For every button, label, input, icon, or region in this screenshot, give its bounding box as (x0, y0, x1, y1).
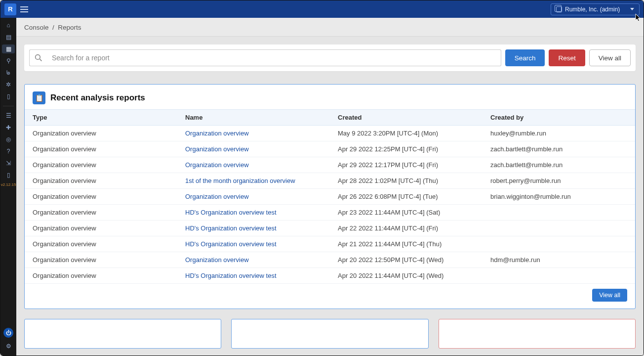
alerts-icon[interactable]: ✲ (2, 80, 15, 89)
summary-card-3[interactable] (439, 319, 636, 349)
topbar: R Rumble, Inc. (admin) (0, 0, 644, 18)
cell-created: Apr 26 2022 6:08PM [UTC-4] (Tue) (330, 189, 483, 205)
reports-table: Type Name Created Created by Organizatio… (25, 109, 635, 284)
cell-created-by (483, 268, 635, 284)
cell-created-by: zach.bartlett@rumble.run (483, 157, 635, 173)
cell-name: Organization overview (177, 189, 330, 205)
bookmark-icon[interactable]: ▯ (2, 92, 15, 101)
viewall-button[interactable]: View all (589, 49, 631, 66)
col-name[interactable]: Name (177, 110, 330, 126)
menu-toggle-icon[interactable] (20, 6, 28, 12)
col-type[interactable]: Type (25, 110, 177, 126)
app-logo[interactable]: R (4, 3, 16, 15)
panel-viewall-button[interactable]: View all (592, 289, 627, 302)
cell-name: Organization overview (177, 141, 330, 157)
table-row[interactable]: Organization overview1st of the month or… (25, 173, 635, 189)
summary-card-1[interactable] (24, 319, 221, 349)
table-row[interactable]: Organization overviewHD's Organization o… (25, 205, 635, 221)
search-input[interactable] (47, 49, 501, 66)
org-label: Rumble, Inc. (admin) (565, 6, 620, 13)
cell-name: Organization overview (177, 157, 330, 173)
device-icon[interactable]: ▯ (2, 171, 15, 179)
svg-line-1 (40, 59, 41, 61)
version-label: v2.12.15 (1, 182, 16, 187)
chevron-down-icon (630, 8, 634, 10)
power-icon[interactable]: ⏻ (3, 328, 13, 338)
org-selector[interactable]: Rumble, Inc. (admin) (551, 3, 640, 15)
network-icon[interactable]: ᖚ (2, 68, 15, 77)
cell-type: Organization overview (25, 157, 177, 173)
col-created-by[interactable]: Created by (483, 110, 635, 126)
cell-type: Organization overview (25, 236, 177, 252)
search-icon (29, 49, 47, 66)
col-created[interactable]: Created (330, 110, 483, 126)
cell-type: Organization overview (25, 205, 177, 221)
cell-name: HD's Organization overview test (177, 268, 330, 284)
search-button[interactable]: Search (505, 49, 545, 66)
cell-name: Organization overview (177, 126, 330, 141)
cell-type: Organization overview (25, 141, 177, 157)
cell-created: Apr 22 2022 11:44AM [UTC-4] (Fri) (330, 221, 483, 236)
breadcrumb-root[interactable]: Console (24, 24, 49, 31)
cell-created: Apr 20 2022 11:44AM [UTC-4] (Wed) (330, 268, 483, 284)
report-link[interactable]: HD's Organization overview test (185, 240, 277, 248)
report-icon: 📋 (33, 91, 45, 104)
summary-cards (24, 319, 636, 356)
breadcrumb: Console / Reports (16, 18, 644, 37)
cell-created-by: robert.perry@rumble.run (483, 173, 635, 189)
table-row[interactable]: Organization overviewOrganization overvi… (25, 189, 635, 205)
search-tool-icon[interactable]: ⚲ (2, 56, 15, 65)
cell-created: Apr 29 2022 12:17PM [UTC-4] (Fri) (330, 157, 483, 173)
cell-name: HD's Organization overview test (177, 236, 330, 252)
table-row[interactable]: Organization overviewOrganization overvi… (25, 126, 635, 141)
cell-created: Apr 21 2022 11:44AM [UTC-4] (Thu) (330, 236, 483, 252)
table-row[interactable]: Organization overviewOrganization overvi… (25, 141, 635, 157)
report-link[interactable]: Organization overview (185, 193, 249, 200)
recent-reports-panel: 📋 Recent analysis reports Type Name Crea… (24, 84, 636, 309)
target-icon[interactable]: ◎ (2, 135, 15, 144)
cell-type: Organization overview (25, 173, 177, 189)
table-row[interactable]: Organization overviewHD's Organization o… (25, 268, 635, 284)
cell-created: Apr 29 2022 12:25PM [UTC-4] (Fri) (330, 141, 483, 157)
cell-name: HD's Organization overview test (177, 205, 330, 221)
cell-created: Apr 28 2022 1:02PM [UTC-4] (Thu) (330, 173, 483, 189)
cell-created-by (483, 205, 635, 221)
inventory-icon[interactable]: ▤ (2, 33, 15, 42)
breadcrumb-current: Reports (58, 24, 81, 31)
table-row[interactable]: Organization overviewHD's Organization o… (25, 236, 635, 252)
dashboard-icon[interactable]: ⌂ (2, 21, 15, 30)
table-row[interactable]: Organization overviewOrganization overvi… (25, 157, 635, 173)
cell-created-by (483, 236, 635, 252)
report-link[interactable]: Organization overview (185, 130, 249, 137)
table-row[interactable]: Organization overviewOrganization overvi… (25, 252, 635, 268)
report-link[interactable]: 1st of the month organization overview (185, 177, 295, 184)
integrations-icon[interactable]: ✚ (2, 123, 15, 132)
table-row[interactable]: Organization overviewHD's Organization o… (25, 221, 635, 236)
panel-title: Recent analysis reports (50, 93, 145, 103)
cell-type: Organization overview (25, 189, 177, 205)
cell-created: Apr 20 2022 12:50PM [UTC-4] (Wed) (330, 252, 483, 268)
help-icon[interactable]: ? (2, 147, 15, 156)
report-link[interactable]: Organization overview (185, 161, 249, 169)
reset-button[interactable]: Reset (549, 49, 585, 66)
cell-name: HD's Organization overview test (177, 221, 330, 236)
org-icon (556, 6, 562, 12)
report-link[interactable]: HD's Organization overview test (185, 224, 277, 232)
report-link[interactable]: HD's Organization overview test (185, 209, 277, 216)
main-content[interactable]: Console / Reports Search Reset View all (16, 18, 644, 356)
cell-created-by: huxley@rumble.run (483, 126, 635, 141)
report-link[interactable]: HD's Organization overview test (185, 272, 277, 279)
cell-created-by: zach.bartlett@rumble.run (483, 141, 635, 157)
cell-type: Organization overview (25, 221, 177, 236)
cell-type: Organization overview (25, 126, 177, 141)
export-icon[interactable]: ⇲ (2, 159, 15, 168)
reports-icon[interactable]: ▦ (2, 44, 15, 53)
cell-created-by (483, 221, 635, 236)
cell-created: May 9 2022 3:20PM [UTC-4] (Mon) (330, 126, 483, 141)
sidebar: ⌂ ▤ ▦ ⚲ ᖚ ✲ ▯ ☰ ✚ ◎ ? ⇲ ▯ v2.12.15 ⏻ ⚙ (0, 18, 16, 356)
settings-icon[interactable]: ⚙ (2, 342, 15, 351)
report-link[interactable]: Organization overview (185, 145, 249, 153)
users-icon[interactable]: ☰ (2, 111, 15, 120)
report-link[interactable]: Organization overview (185, 256, 249, 264)
summary-card-2[interactable] (231, 319, 428, 349)
